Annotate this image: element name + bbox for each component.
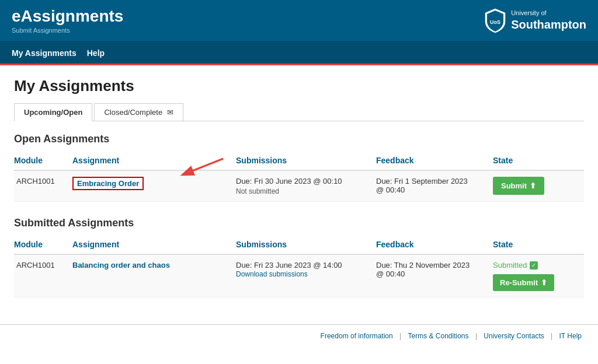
submitted-badge: Submitted ✓ <box>493 261 578 270</box>
tab-upcoming-open[interactable]: Upcoming/Open <box>14 103 92 121</box>
upload-icon-resubmit: ⬆ <box>541 278 547 287</box>
footer-sep-3: | <box>551 332 552 340</box>
nav-my-assignments[interactable]: My Assignments <box>12 43 85 65</box>
resubmit-button[interactable]: Re-Submit ⬆ <box>493 274 554 291</box>
sub-submissions: Due: Fri 23 June 2023 @ 14:00 Download s… <box>236 254 376 298</box>
sub-module: ARCH1001 <box>14 254 72 298</box>
open-assignment-cell: Embracing Order <box>72 170 236 202</box>
email-icon: ✉ <box>167 108 173 117</box>
submitted-assignments-table: Module Assignment Submissions Feedback S… <box>14 235 584 298</box>
sub-assignment-link[interactable]: Balancing order and chaos <box>72 261 170 270</box>
footer-freedom-info[interactable]: Freedom of information <box>321 332 393 340</box>
main-nav: My Assignments Help <box>0 41 598 65</box>
page-footer: Freedom of information | Terms & Conditi… <box>0 324 598 347</box>
check-icon: ✓ <box>530 261 538 270</box>
app-branding: eAssignments Submit Assignments <box>12 7 123 34</box>
col-submissions-open: Submissions <box>236 151 376 170</box>
sub-state: Submitted ✓ Re-Submit ⬆ <box>493 254 584 298</box>
footer-sep-2: | <box>475 332 477 340</box>
open-assignments-title: Open Assignments <box>14 133 584 145</box>
nav-help[interactable]: Help <box>87 43 113 64</box>
uni-name: University of Southampton <box>511 9 586 32</box>
footer-sep-1: | <box>399 332 401 340</box>
open-assignment-link[interactable]: Embracing Order <box>72 177 144 190</box>
open-table-header: Module Assignment Submissions Feedback S… <box>14 151 584 170</box>
col-feedback-sub: Feedback <box>376 235 493 254</box>
col-state-sub: State <box>493 235 584 254</box>
university-branding: UoS University of Southampton <box>484 8 586 33</box>
assignment-tabs: Upcoming/Open Closed/Complete ✉ <box>14 103 584 121</box>
tab-closed-complete[interactable]: Closed/Complete ✉ <box>94 103 183 121</box>
arrow-container: Embracing Order <box>72 177 230 190</box>
col-module-open: Module <box>14 151 72 170</box>
table-row: ARCH1001 Embracing Order <box>14 170 584 202</box>
submitted-table-header: Module Assignment Submissions Feedback S… <box>14 235 584 254</box>
svg-text:UoS: UoS <box>490 19 500 25</box>
footer-terms[interactable]: Terms & Conditions <box>408 332 468 340</box>
open-submissions: Due: Fri 30 June 2023 @ 00:10 Not submit… <box>236 170 376 202</box>
app-subtitle: Submit Assignments <box>12 27 123 34</box>
page-header: eAssignments Submit Assignments UoS Univ… <box>0 0 598 41</box>
page-title: My Assignments <box>14 77 584 95</box>
app-title: eAssignments <box>12 7 123 26</box>
submitted-assignments-title: Submitted Assignments <box>14 217 584 229</box>
open-feedback: Due: Fri 1 September 2023 @ 00:40 <box>376 170 493 202</box>
col-state-open: State <box>493 151 584 170</box>
shield-icon: UoS <box>484 8 506 33</box>
col-module-sub: Module <box>14 235 72 254</box>
sub-assignment-cell: Balancing order and chaos <box>72 254 236 298</box>
col-assignment-open: Assignment <box>72 151 236 170</box>
col-submissions-sub: Submissions <box>236 235 376 254</box>
open-module: ARCH1001 <box>14 170 72 202</box>
submit-button[interactable]: Submit ⬆ <box>493 177 544 195</box>
col-feedback-open: Feedback <box>376 151 493 170</box>
sub-feedback: Due: Thu 2 November 2023 @ 00:40 <box>376 254 493 298</box>
footer-uni-contacts[interactable]: University Contacts <box>484 332 544 340</box>
main-content: My Assignments Upcoming/Open Closed/Comp… <box>0 65 598 324</box>
upload-icon: ⬆ <box>530 181 536 190</box>
open-state: Submit ⬆ <box>493 170 584 202</box>
download-submissions-link[interactable]: Download submissions <box>236 270 308 278</box>
col-assignment-sub: Assignment <box>72 235 236 254</box>
uni-logo: UoS University of Southampton <box>484 8 586 33</box>
footer-it-help[interactable]: IT Help <box>559 332 582 340</box>
open-assignments-table: Module Assignment Submissions Feedback S… <box>14 151 584 202</box>
table-row: ARCH1001 Balancing order and chaos Due: … <box>14 254 584 298</box>
